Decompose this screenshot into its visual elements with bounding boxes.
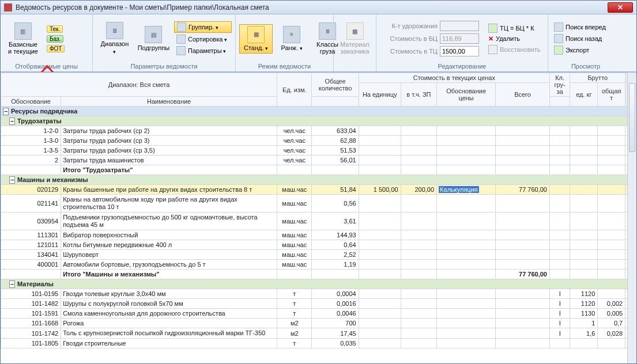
prices-fot-button[interactable]: ФОТ bbox=[44, 44, 67, 53]
table-row[interactable]: 101-1805Гвозди строительныет0,035 bbox=[1, 339, 636, 348]
hdr-total[interactable]: Всего bbox=[496, 83, 550, 107]
hdr-ekg[interactable]: ед. кг bbox=[570, 83, 598, 107]
table-row[interactable]: −Материалы bbox=[1, 279, 636, 289]
table-row[interactable]: 400001Автомобили бортовые, грузоподъемно… bbox=[1, 260, 636, 270]
sort-button[interactable]: Сортировка bbox=[174, 34, 232, 44]
std-mode-button[interactable]: ▦Станд. bbox=[239, 24, 273, 54]
subgroups-button[interactable]: ▤Подгруппы bbox=[135, 24, 172, 53]
hdr-klg[interactable]: Кл. гру-за bbox=[549, 73, 570, 97]
table-row[interactable]: 101-1668Рогожам2700I10,7 bbox=[1, 318, 636, 328]
hdr-basis[interactable]: Обоснование цены bbox=[437, 83, 496, 107]
hdr-unit[interactable]: Ед. изм. bbox=[277, 73, 312, 107]
table-row[interactable]: 101-1591Смола каменноугольная для дорожн… bbox=[1, 309, 636, 318]
table-row[interactable]: 121011Котлы битумные передвижные 400 лма… bbox=[1, 240, 636, 250]
hdr-tekprices: Стоимость в текущих ценах bbox=[359, 73, 549, 83]
restore-button[interactable]: Восстановить bbox=[486, 44, 542, 55]
ribbon: ▥Базисные и текущие Тек. Баз. ФОТ Отобра… bbox=[1, 14, 636, 72]
app-icon bbox=[4, 3, 12, 12]
group-label-empty bbox=[337, 62, 372, 71]
table-row[interactable]: −Ресурсы подрядчика bbox=[1, 107, 636, 116]
range-mode-button[interactable]: ≡Ранж. bbox=[275, 24, 308, 54]
hdr-just[interactable]: Обоснование bbox=[1, 97, 61, 107]
groupby-button[interactable]: Группир. bbox=[174, 21, 232, 33]
cost-bc-input[interactable] bbox=[440, 33, 479, 44]
group-label-prices: Отображаемые цены bbox=[4, 62, 89, 71]
prices-tek-button[interactable]: Тек. bbox=[44, 25, 67, 33]
search-forward-button[interactable]: Поиск вперед bbox=[552, 22, 608, 32]
delete-button[interactable]: ✕Удалить bbox=[486, 35, 542, 43]
table-row[interactable]: 111301Вибратор поверхностныймаш.час144,9… bbox=[1, 230, 636, 240]
table-row[interactable]: 2Затраты труда машинистовчел.час56,01 bbox=[1, 156, 636, 165]
prices-basis-current-button[interactable]: ▥Базисные и текущие bbox=[4, 21, 42, 56]
hdr-brutto: Брутто bbox=[570, 73, 625, 83]
window-titlebar: Ведомость ресурсов в документе - Мои сме… bbox=[1, 1, 636, 14]
vertical-scrollbar[interactable] bbox=[627, 73, 636, 363]
data-grid[interactable]: Диапазон: Вся смета Ед. изм. Общее колич… bbox=[1, 72, 636, 363]
table-row[interactable]: 1-3-5Затраты труда рабочих (ср 3,5)чел.ч… bbox=[1, 146, 636, 156]
table-row[interactable]: 021141Краны на автомобильном ходу при ра… bbox=[1, 195, 636, 213]
table-row[interactable]: −Трудозатраты bbox=[1, 116, 636, 126]
table-row[interactable]: 134041Шуруповертмаш.час2,52 bbox=[1, 250, 636, 260]
table-row[interactable]: 030954Подъемники грузоподъемностью до 50… bbox=[1, 213, 636, 230]
table-row[interactable]: Итого "Машины и механизмы"77 760,00 bbox=[1, 270, 636, 279]
customer-material-button[interactable]: ▩Материал заказчика bbox=[337, 21, 372, 56]
params-button[interactable]: Параметры bbox=[174, 46, 232, 56]
group-label-mode: Режим ведомости bbox=[239, 62, 330, 71]
hdr-okg[interactable]: общая т bbox=[598, 83, 625, 107]
group-label-edit: Редактирование bbox=[380, 62, 544, 71]
hdr-zp[interactable]: в т.ч. ЗП bbox=[401, 83, 436, 107]
table-row[interactable]: 101-1482Шурупы с полукруглой головкой 5х… bbox=[1, 299, 636, 309]
export-button[interactable]: Экспорт bbox=[552, 45, 608, 55]
table-row[interactable]: 1-2-0Затраты труда рабочих (ср 2)чел.час… bbox=[1, 126, 636, 136]
hdr-qty[interactable]: Общее количество bbox=[312, 73, 359, 97]
window-title: Ведомость ресурсов в документе - Мои сме… bbox=[16, 3, 269, 12]
cost-tc-input[interactable] bbox=[440, 46, 479, 56]
hdr-unitprice[interactable]: На единицу bbox=[359, 83, 401, 107]
close-button[interactable]: ✕ bbox=[608, 2, 633, 13]
table-row[interactable]: 1-3-0Затраты труда рабочих (ср 3)чел.час… bbox=[1, 136, 636, 146]
table-row[interactable]: −Машины и механизмы bbox=[1, 175, 636, 185]
prices-baz-button[interactable]: Баз. bbox=[44, 35, 67, 43]
hdr-range: Диапазон: Вся смета bbox=[1, 73, 277, 97]
table-row[interactable]: 020129Краны башенные при работе на други… bbox=[1, 185, 636, 195]
table-row[interactable]: Итого "Трудозатраты" bbox=[1, 165, 636, 175]
group-label-view: Просмотр bbox=[552, 62, 620, 71]
table-row[interactable]: 101-0195Гвозди толевые круглые 3,0х40 мм… bbox=[1, 289, 636, 299]
group-label-params: Параметры ведомости bbox=[96, 62, 232, 71]
table-row[interactable]: 101-1742Толь с крупнозернистой посыпкой … bbox=[1, 328, 636, 339]
hdr-name[interactable]: Наименование bbox=[61, 97, 277, 107]
search-back-button[interactable]: Поиск назад bbox=[552, 33, 608, 44]
kfield: К-т удорожания bbox=[380, 21, 479, 31]
k-mult-input[interactable] bbox=[440, 21, 479, 31]
range-button[interactable]: ≣Диапазон bbox=[96, 20, 133, 57]
tc-formula-button[interactable]: ТЦ = БЦ * К bbox=[486, 23, 542, 33]
